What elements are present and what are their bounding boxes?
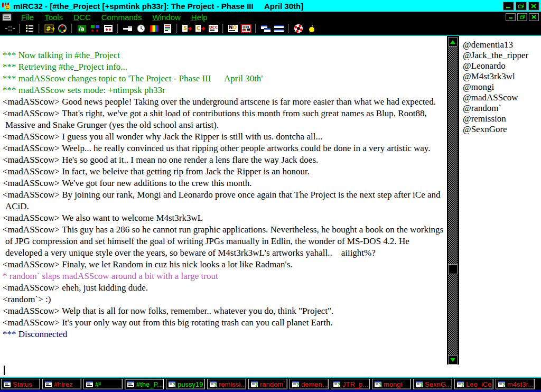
chat-line: <madASScow> That's right, we've got a sh… bbox=[2, 108, 445, 131]
channels-icon[interactable]: #+ bbox=[42, 23, 55, 34]
menu-commands[interactable]: Commands bbox=[96, 13, 147, 22]
script-icon[interactable] bbox=[161, 23, 174, 34]
nick-item[interactable]: @random` bbox=[463, 103, 540, 114]
channel-window-icon bbox=[44, 380, 52, 388]
message-input[interactable] bbox=[0, 365, 541, 377]
svg-text:C: C bbox=[197, 25, 200, 31]
query-window-icon: ? bbox=[168, 380, 176, 388]
channel-sysmenu-icon[interactable] bbox=[2, 13, 12, 21]
svg-text:?: ? bbox=[296, 382, 299, 388]
restore-icon[interactable] bbox=[516, 2, 527, 11]
nick-item[interactable]: @SexnGore bbox=[463, 124, 540, 135]
mdi-close-icon[interactable] bbox=[529, 13, 539, 21]
nick-item[interactable]: @madASScow bbox=[463, 92, 540, 103]
tile-icon[interactable] bbox=[272, 23, 285, 34]
minimize-icon[interactable] bbox=[503, 2, 514, 11]
dcc-icon[interactable]: DCC bbox=[207, 23, 220, 34]
nick-item[interactable]: @Jack_the_ripper bbox=[463, 50, 540, 61]
mirc-window: mIRC32 - [#the_Project [+spmtink ph33r]:… bbox=[0, 0, 541, 392]
notify-icon[interactable]: NO bbox=[226, 23, 239, 34]
chat-scrollbar[interactable] bbox=[448, 37, 458, 365]
chat-line: <madASScow> He's so good at it.. I mean … bbox=[2, 154, 445, 166]
switchbar-button-jtr[interactable]: ? JTR_p... bbox=[331, 379, 370, 389]
query-window-icon: ? bbox=[209, 380, 217, 388]
svg-text:?: ? bbox=[461, 382, 464, 388]
chat-message-area[interactable]: *** Now talking in #the_Project *** Retr… bbox=[0, 36, 447, 365]
menu-file[interactable]: File bbox=[16, 13, 39, 22]
finger-icon[interactable] bbox=[121, 23, 134, 34]
query-window-icon: ? bbox=[292, 380, 300, 388]
connect-icon[interactable] bbox=[3, 23, 16, 34]
cascade-icon[interactable] bbox=[259, 23, 272, 34]
svg-text:?: ? bbox=[338, 382, 340, 388]
chat-line: <madASScow> This guy has a 286 so he can… bbox=[2, 224, 445, 259]
aliases-icon[interactable]: /a bbox=[75, 23, 88, 34]
chat-line: *** madASScow changes topic to 'The Proj… bbox=[2, 73, 445, 85]
nick-item[interactable]: @remission bbox=[463, 114, 540, 124]
nick-list[interactable]: @dementia13 @Jack_the_ripper @Leonardo @… bbox=[459, 36, 541, 365]
chat-line: <madASScow> We also want to welcome M4st… bbox=[2, 212, 445, 224]
mdi-restore-icon[interactable] bbox=[517, 13, 527, 21]
menu-bar: File Tools DCC Commands Window Help bbox=[0, 12, 541, 22]
nick-item[interactable]: @M4st3rk3wl bbox=[463, 71, 540, 82]
chat-line: * random` slaps madASScow around a bit w… bbox=[2, 270, 445, 282]
remote-icon[interactable] bbox=[101, 23, 115, 34]
window-title: mIRC32 - [#the_Project [+spmtink ph33r]:… bbox=[13, 2, 501, 11]
switchbar-button-channel-x[interactable]: #ˣ bbox=[83, 379, 123, 389]
scroll-down-icon[interactable] bbox=[448, 355, 458, 365]
send-icon[interactable]: S bbox=[180, 23, 193, 34]
title-bar: mIRC32 - [#the_Project [+spmtink ph33r]:… bbox=[0, 0, 541, 12]
chat-line: <madASScow> By joining our rank, Mongi a… bbox=[2, 189, 445, 212]
nick-item[interactable]: @mongi bbox=[463, 82, 540, 92]
window-controls bbox=[501, 2, 539, 11]
chat-line: <random`> :) bbox=[2, 294, 445, 305]
help-icon[interactable] bbox=[292, 23, 305, 34]
switchbar-button-mongi[interactable]: ? mongi bbox=[372, 379, 411, 389]
servers-icon[interactable] bbox=[55, 23, 69, 34]
nick-item[interactable]: @Leonardo bbox=[463, 61, 540, 71]
svg-text:?: ? bbox=[502, 382, 505, 388]
clock-icon[interactable] bbox=[134, 23, 147, 34]
note-icon[interactable] bbox=[305, 23, 318, 34]
colors-icon[interactable] bbox=[147, 23, 161, 34]
switchbar-button-m4st3r[interactable]: ? m4st3r... bbox=[496, 379, 535, 389]
chat-line: <madASScow> eheh, just kidding dude. bbox=[2, 282, 445, 294]
query-window-icon: ? bbox=[456, 380, 464, 388]
options-icon[interactable] bbox=[23, 23, 36, 34]
switchbar-button-the-project[interactable]: #the_P... bbox=[125, 379, 164, 389]
svg-text:URL: URL bbox=[242, 25, 250, 30]
switchbar-button-sexngore[interactable]: ? SexnG... bbox=[413, 379, 452, 389]
chat-line: <madASScow> Weelp... he really convinced… bbox=[2, 143, 445, 154]
svg-text:?: ? bbox=[214, 382, 217, 388]
menu-tools[interactable]: Tools bbox=[39, 13, 68, 22]
chat-line: <madASScow> Good news people! Taking ove… bbox=[2, 96, 445, 108]
mdi-minimize-icon[interactable] bbox=[506, 13, 516, 21]
chat-icon[interactable]: C bbox=[193, 23, 207, 34]
scrollbar-thumb[interactable] bbox=[448, 264, 458, 274]
popups-icon[interactable] bbox=[88, 23, 101, 34]
chat-line: <madASScow> In fact, we beleive that get… bbox=[2, 166, 445, 178]
switchbar-button-dementia[interactable]: ? demen... bbox=[290, 379, 329, 389]
switchbar-button-pussy19[interactable]: ? pussy19 bbox=[166, 379, 205, 389]
menu-dcc[interactable]: DCC bbox=[68, 13, 96, 22]
switchbar-button-random[interactable]: ? random` bbox=[248, 379, 287, 389]
switchbar-button-status[interactable]: Status bbox=[1, 379, 40, 389]
svg-text:#+: #+ bbox=[46, 25, 55, 32]
mirc-app-icon[interactable] bbox=[2, 1, 11, 11]
chat-line: <madASScow> It's your only way out from … bbox=[2, 317, 445, 329]
mdi-window-controls bbox=[504, 13, 539, 21]
switchbar-button-leo-ice[interactable]: ? Leo_iCe bbox=[454, 379, 493, 389]
switchbar-button-hirez[interactable]: #hirez bbox=[42, 379, 81, 389]
close-icon[interactable] bbox=[528, 2, 539, 11]
menu-window[interactable]: Window bbox=[147, 13, 185, 22]
scrollbar-track[interactable] bbox=[448, 46, 458, 355]
menu-help[interactable]: Help bbox=[186, 13, 213, 22]
chat-line: *** Disconnected bbox=[2, 329, 445, 340]
switchbar-button-remission[interactable]: ? remissi... bbox=[207, 379, 246, 389]
query-window-icon: ? bbox=[333, 380, 341, 388]
scroll-up-icon[interactable] bbox=[448, 37, 458, 46]
nick-item[interactable]: @dementia13 bbox=[463, 40, 540, 50]
url-icon[interactable]: URL bbox=[239, 23, 253, 34]
svg-text:?: ? bbox=[379, 382, 381, 388]
svg-text:/a: /a bbox=[79, 26, 84, 32]
